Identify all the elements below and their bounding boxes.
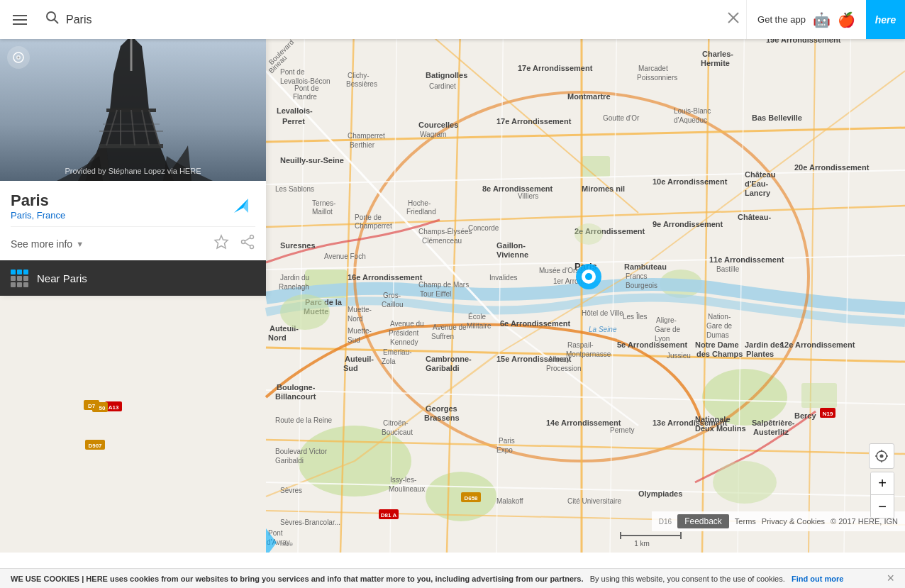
svg-text:Procession: Procession <box>546 365 581 372</box>
find-out-more-link[interactable]: Find out more <box>792 575 843 583</box>
svg-text:D658: D658 <box>464 495 478 501</box>
svg-text:Cité Universitaire: Cité Universitaire <box>567 497 622 505</box>
svg-text:Citroën-: Citroën- <box>383 419 409 427</box>
location-center-button[interactable] <box>869 443 894 469</box>
svg-text:9e Arrondissement: 9e Arrondissement <box>653 220 723 228</box>
svg-point-219 <box>47 12 55 21</box>
svg-text:Issy-les-: Issy-les- <box>390 476 416 484</box>
actions-row: See more info ▼ <box>0 227 266 260</box>
svg-point-209 <box>574 223 603 245</box>
svg-text:20e Arrondissement: 20e Arrondissement <box>794 163 870 172</box>
svg-text:Champs-Élysées: Champs-Élysées <box>418 227 472 235</box>
svg-text:Hôtel de Ville: Hôtel de Ville <box>582 309 623 317</box>
hamburger-icon <box>13 14 27 26</box>
svg-text:Porte de: Porte de <box>355 213 382 221</box>
svg-text:des Champs: des Champs <box>696 350 743 358</box>
svg-point-211 <box>880 455 884 458</box>
place-name: Paris <box>11 192 65 210</box>
svg-text:Zola: Zola <box>382 357 396 365</box>
eiffel-tower-image <box>0 39 266 181</box>
svg-text:Plantes: Plantes <box>746 350 774 358</box>
svg-text:École: École <box>468 312 486 321</box>
svg-text:Bessières: Bessières <box>346 80 377 88</box>
place-subtitle[interactable]: Paris, France <box>11 210 65 221</box>
svg-text:Suresnes: Suresnes <box>280 241 316 250</box>
svg-point-236 <box>18 57 20 59</box>
svg-text:Goutte d'Or: Goutte d'Or <box>603 114 640 122</box>
here-logo[interactable]: here <box>866 0 905 39</box>
svg-text:Militaire: Militaire <box>467 322 492 330</box>
svg-rect-224 <box>99 144 163 148</box>
svg-text:Champerret: Champerret <box>355 222 392 230</box>
menu-button[interactable] <box>0 0 39 39</box>
svg-point-207 <box>280 294 330 330</box>
image-location-button[interactable] <box>7 46 30 69</box>
svg-text:Aligre-: Aligre- <box>656 316 677 324</box>
svg-text:D81 A: D81 A <box>381 512 397 518</box>
svg-text:Salpêtrière-: Salpêtrière- <box>752 418 795 427</box>
svg-text:11e Arrondissement: 11e Arrondissement <box>709 255 784 264</box>
cookie-consent-text: By using this website, you consent to th… <box>590 575 785 583</box>
svg-point-241 <box>250 245 254 249</box>
zoom-controls: + − <box>870 472 894 518</box>
terms-link[interactable]: Terms <box>735 517 756 526</box>
svg-text:Boulogne-: Boulogne- <box>277 383 316 392</box>
svg-text:Francs: Francs <box>626 272 648 280</box>
search-input[interactable] <box>66 13 721 26</box>
svg-text:Paris: Paris <box>499 437 515 445</box>
svg-text:Pont de: Pont de <box>280 68 305 76</box>
see-more-button[interactable]: See more info ▼ <box>11 238 84 250</box>
grid-dots-icon <box>11 270 28 287</box>
svg-text:Jussieu: Jussieu <box>667 352 691 360</box>
svg-text:Champerret: Champerret <box>348 132 385 140</box>
svg-text:Dumas: Dumas <box>706 331 729 339</box>
svg-text:Suffren: Suffren <box>431 333 454 340</box>
svg-text:Cardinet: Cardinet <box>429 82 456 90</box>
svg-text:D7: D7 <box>88 403 96 409</box>
svg-text:Nationale: Nationale <box>695 415 731 423</box>
svg-text:Château: Château <box>745 170 775 179</box>
svg-text:Garibaldi: Garibaldi <box>275 457 304 465</box>
svg-text:Nord: Nord <box>348 315 363 323</box>
save-button[interactable] <box>213 234 229 253</box>
svg-text:Flandre: Flandre <box>293 93 317 101</box>
side-panel: Provided by Stéphane Lopez via HERE Pari… <box>0 39 266 296</box>
near-paris-section[interactable]: Near Paris <box>0 260 266 296</box>
svg-text:5e Arrondissement: 5e Arrondissement <box>617 340 688 349</box>
search-icon <box>46 11 59 28</box>
svg-line-243 <box>245 238 250 241</box>
zoom-out-button[interactable]: − <box>871 495 894 518</box>
svg-text:Avenue du: Avenue du <box>390 320 424 328</box>
image-credit: Provided by Stéphane Lopez via HERE <box>0 167 266 175</box>
svg-text:Muette-: Muette- <box>348 327 372 335</box>
svg-text:Raspail-: Raspail- <box>567 341 594 349</box>
near-paris-label: Near Paris <box>37 272 87 284</box>
search-close-button[interactable] <box>728 12 739 27</box>
cookie-bar: WE USE COOKIES | HERE uses cookies from … <box>0 568 905 588</box>
svg-text:D907: D907 <box>88 443 102 449</box>
svg-text:Nord: Nord <box>268 333 287 342</box>
svg-text:Gros-: Gros- <box>383 292 401 299</box>
cookie-close-button[interactable]: × <box>887 571 894 586</box>
svg-text:Billancourt: Billancourt <box>275 392 316 401</box>
svg-text:Boucicaut: Boucicaut <box>382 428 413 436</box>
svg-text:Georges: Georges <box>426 404 457 413</box>
svg-text:Tour Eiffel: Tour Eiffel <box>420 290 451 298</box>
svg-text:Les Sablons: Les Sablons <box>275 185 314 193</box>
navigate-button[interactable] <box>227 192 255 220</box>
zoom-in-button[interactable]: + <box>871 472 894 495</box>
share-button[interactable] <box>240 234 255 253</box>
svg-text:16e Arrondissement: 16e Arrondissement <box>348 273 423 282</box>
svg-text:Brassens: Brassens <box>424 414 460 422</box>
svg-text:6e Arrondissement: 6e Arrondissement <box>500 319 571 328</box>
feedback-button[interactable]: Feedback <box>677 514 729 528</box>
android-icon[interactable]: 🤖 <box>813 11 831 28</box>
svg-text:Poissonniers: Poissonniers <box>637 74 677 82</box>
place-image: Provided by Stéphane Lopez via HERE <box>0 39 266 181</box>
apple-icon[interactable]: 🍎 <box>838 11 855 28</box>
svg-text:Miromes nil: Miromes nil <box>582 184 625 193</box>
svg-text:Rambuteau: Rambuteau <box>624 262 667 271</box>
svg-marker-239 <box>215 235 228 248</box>
svg-line-220 <box>55 20 59 24</box>
privacy-link[interactable]: Privacy & Cookies <box>762 517 825 526</box>
